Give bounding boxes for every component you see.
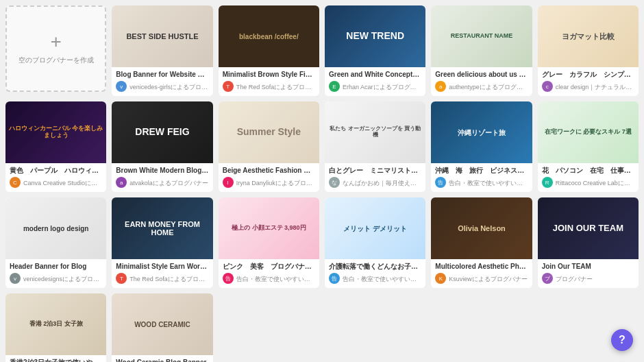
card-author-blog-banner: venicedes-girlsによるブログバナー [129, 83, 208, 92]
card-white-gray[interactable]: 私たち オーガニックソープを 買う動機白とグレー ミニマリスト ホワイ...なな… [325, 101, 425, 192]
card-olivia[interactable]: Olivia NelsonMulticolored Aesthetic Phot… [431, 197, 532, 288]
thumb-main-text-modern-logo: modern logo design [21, 222, 92, 235]
card-beige[interactable]: Summer StyleBeige Aesthetic Fashion Blog… [219, 101, 319, 192]
thumb-text-coffee: blackbean /coffee/ [219, 5, 319, 67]
card-hongkong[interactable]: 香港 2泊3日 女子旅香港2泊3日女子旅で使いやすい告告白・教室で使いやすい｜簡… [5, 293, 106, 362]
card-halloween[interactable]: ハロウィンカーニバル 今を楽しみましょう黄色 パープル ハロウィン バナーCCa… [5, 101, 106, 192]
card-author-earn-money: The Red Sofaによるブログバナー [129, 275, 208, 284]
avatar-row-halloween: CCanva Creative Studioによるブログバナー [10, 177, 102, 188]
card-yoga[interactable]: ヨガマット比較グレー カラフル シンプル ヨガ...cclear design｜… [538, 5, 639, 96]
create-label: 空のブログバナーを作成 [18, 56, 94, 65]
card-author-white-gray: なんばかおめ｜毎月使えるナチュラルで生... [343, 179, 421, 188]
thumb-text-hongkong: 香港 2泊3日 女子旅 [5, 293, 106, 355]
card-coffee[interactable]: blackbean /coffee/Minimalist Brown Style… [219, 5, 319, 96]
card-restaurant[interactable]: RESTAURANT NAMEGreen delicious about us … [431, 5, 532, 96]
card-title-care-merit: 介護転落で働くどんなお子様です [329, 262, 421, 271]
thumb-text-telework: 在宅ワークに 必要なスキル 7選 [538, 101, 639, 163]
thumb-text-white-gray: 私たち オーガニックソープを 買う動機 [325, 101, 425, 163]
avatar-olivia: K [435, 273, 446, 284]
card-title-drew-feig: Brown White Modern Blogger You... [116, 166, 208, 175]
thumb-text-new-trend: NEW TREND [325, 5, 425, 67]
avatar-new-trend: E [329, 81, 340, 92]
thumb-text-okinawa: 沖縄リゾート旅 [431, 101, 532, 163]
card-thumb-new-trend: NEW TREND [325, 5, 425, 67]
card-thumb-drew-feig: DREW FEIG [112, 101, 212, 163]
card-thumb-blog-banner: BEST SIDE HUSTLE [112, 5, 212, 67]
avatar-okinawa: 告 [435, 177, 446, 188]
card-title-modern-logo: Header Banner for Blog [10, 262, 102, 271]
card-koganika[interactable]: 極上の 小顔エステ 3,980円ピンク 美客 ブログバナー 広告...告告白・教… [219, 197, 319, 288]
card-modern-logo[interactable]: modern logo designHeader Banner for Blog… [5, 197, 106, 288]
thumb-text-yoga: ヨガマット比較 [538, 5, 639, 67]
thumb-main-text-new-trend: NEW TREND [343, 28, 407, 44]
thumb-text-drew-feig: DREW FEIG [112, 101, 212, 163]
card-author-halloween: Canva Creative Studioによるブログバナー [23, 179, 102, 188]
card-title-hongkong: 香港2泊3日女子旅で使いやすい [10, 358, 102, 362]
card-author-telework: Rittacoco Creative Labによるブログバナー [556, 179, 634, 188]
thumb-main-text-beige: Summer Style [234, 124, 304, 140]
thumb-main-text-drew-feig: DREW FEIG [132, 124, 192, 140]
thumb-text-restaurant: RESTAURANT NAME [431, 5, 532, 67]
card-thumb-olivia: Olivia Nelson [431, 197, 532, 259]
card-title-white-gray: 白とグレー ミニマリスト ホワイ... [329, 166, 421, 175]
card-title-wood: Wood Ceramic Blog Banner [116, 358, 208, 362]
card-thumb-white-gray: 私たち オーガニックソープを 買う動機 [325, 101, 425, 163]
card-title-olivia: Multicolored Aesthetic Photo Coll... [435, 262, 528, 271]
card-telework[interactable]: 在宅ワークに 必要なスキル 7選花 パソコン 在宅 仕事 写真 ...RRitt… [538, 101, 639, 192]
card-thumb-wood: WOOD CERAMIC [112, 293, 212, 355]
card-title-restaurant: Green delicious about us restaura... [435, 70, 528, 79]
card-title-halloween: 黄色 パープル ハロウィン バナー [10, 166, 102, 175]
thumb-main-text-telework: 在宅ワークに 必要なスキル 7選 [542, 126, 634, 138]
avatar-row-telework: RRittacoco Creative Labによるブログバナー [542, 177, 634, 188]
card-join-team[interactable]: JOIN OUR TEAMJoin Our TEAMブブログバナー [538, 197, 639, 288]
card-earn-money[interactable]: EARN MONEY FROM HOMEMinimalist Style Ear… [112, 197, 212, 288]
thumb-main-text-halloween: ハロウィンカーニバル 今を楽しみましょう [5, 123, 106, 142]
card-author-koganika: 告白・教室で使いやすい｜簡単かわいいデ... [236, 275, 315, 284]
thumb-text-beige: Summer Style [219, 101, 319, 163]
thumb-main-text-hongkong: 香港 2泊3日 女子旅 [27, 318, 86, 330]
card-author-okinawa: 告白・教室で使いやすい｜簡単かわいいデ... [449, 179, 528, 188]
card-okinawa[interactable]: 沖縄リゾート旅沖縄 海 旅行 ビジネス ブログ...告告白・教室で使いやすい｜簡… [431, 101, 532, 192]
card-wood[interactable]: WOOD CERAMICWood Ceramic Blog Bannerブブログ… [112, 293, 212, 362]
avatar-row-okinawa: 告告白・教室で使いやすい｜簡単かわいいデ... [435, 177, 528, 188]
avatar-row-blog-banner: vvenicedes-girlsによるブログバナー [116, 81, 208, 92]
avatar-row-white-gray: ななんばかおめ｜毎月使えるナチュラルで生... [329, 177, 421, 188]
card-title-beige: Beige Aesthetic Fashion Blog Ban... [223, 166, 315, 175]
card-author-join-team: ブログバナー [556, 275, 593, 284]
card-blog-banner[interactable]: BEST SIDE HUSTLEBlog Banner for Website … [112, 5, 212, 96]
card-title-telework: 花 パソコン 在宅 仕事 写真 ... [542, 166, 634, 175]
card-title-yoga: グレー カラフル シンプル ヨガ... [542, 70, 634, 79]
avatar-care-merit: 告 [329, 273, 340, 284]
avatar-row-yoga: cclear design｜ナチュラルで優しいスモール... [542, 81, 634, 92]
help-button[interactable]: ? [611, 329, 633, 351]
card-thumb-hongkong: 香港 2泊3日 女子旅 [5, 293, 106, 355]
card-thumb-earn-money: EARN MONEY FROM HOME [112, 197, 212, 259]
thumb-text-koganika: 極上の 小顔エステ 3,980円 [219, 197, 319, 259]
card-author-beige: Iryna Danyliukによるブログバナー [236, 179, 315, 188]
thumb-main-text-white-gray: 私たち オーガニックソープを 買う動機 [325, 123, 425, 141]
card-author-yoga: clear design｜ナチュラルで優しいスモール... [556, 83, 634, 92]
thumb-main-text-coffee: blackbean /coffee/ [236, 30, 301, 43]
thumb-main-text-join-team: JOIN OUR TEAM [550, 221, 626, 236]
card-care-merit[interactable]: メリット デメリット介護転落で働くどんなお子様です告告白・教室で使いやすい｜簡単… [325, 197, 425, 288]
card-author-coffee: The Red Sofaによるブログバナー [236, 83, 315, 92]
thumb-text-wood: WOOD CERAMIC [112, 293, 212, 355]
card-thumb-restaurant: RESTAURANT NAME [431, 5, 532, 67]
template-grid: + 空のブログバナーを作成 BEST SIDE HUSTLEBlog Banne… [0, 0, 644, 362]
card-title-okinawa: 沖縄 海 旅行 ビジネス ブログ... [435, 166, 528, 175]
avatar-row-koganika: 告告白・教室で使いやすい｜簡単かわいいデ... [223, 273, 315, 284]
thumb-main-text-yoga: ヨガマット比較 [559, 29, 617, 43]
thumb-text-care-merit: メリット デメリット [325, 197, 425, 259]
card-title-join-team: Join Our TEAM [542, 262, 634, 271]
create-card[interactable]: + 空のブログバナーを作成 [5, 5, 106, 92]
avatar-modern-logo: v [10, 273, 21, 284]
card-thumb-okinawa: 沖縄リゾート旅 [431, 101, 532, 163]
card-thumb-yoga: ヨガマット比較 [538, 5, 639, 67]
avatar-drew-feig: a [116, 177, 127, 188]
card-thumb-care-merit: メリット デメリット [325, 197, 425, 259]
avatar-row-restaurant: aauthentypeによるブログバナー [435, 81, 528, 92]
card-title-new-trend: Green and White Conceptual New... [329, 70, 421, 79]
card-drew-feig[interactable]: DREW FEIGBrown White Modern Blogger You.… [112, 101, 212, 192]
thumb-main-text-koganika: 極上の 小顔エステ 3,980円 [229, 222, 309, 234]
card-new-trend[interactable]: NEW TRENDGreen and White Conceptual New.… [325, 5, 425, 96]
